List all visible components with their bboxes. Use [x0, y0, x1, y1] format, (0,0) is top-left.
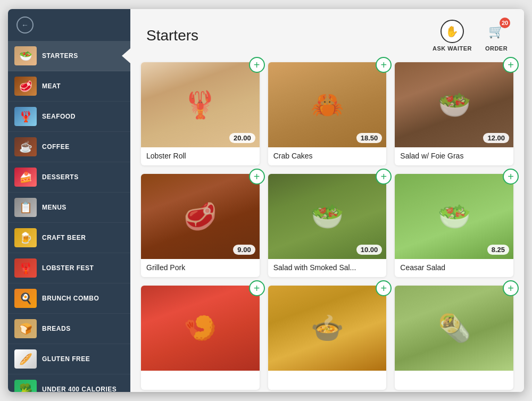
sidebar-item-coffee[interactable]: ☕COFFEE	[8, 132, 130, 162]
food-card-ceasar-salad: 🥗8.25+Ceasar Salad	[395, 174, 513, 277]
ask-waiter-button[interactable]: ✋ ASK WAITER	[433, 20, 472, 52]
food-name-lobster-roll: Lobster Roll	[141, 147, 260, 165]
main-header: Starters ✋ ASK WAITER 🛒 20 ORDER	[130, 9, 524, 57]
sidebar-label-seafood: SEAFOOD	[42, 113, 76, 120]
food-name-spring-roll	[395, 371, 513, 390]
sidebar-label-coffee: COFFEE	[42, 143, 70, 151]
sidebar-item-seafood[interactable]: 🦞SEAFOOD	[8, 102, 130, 132]
sidebar-label-craftbeer: CRAFT BEER	[42, 234, 86, 241]
add-button-grilled-pork[interactable]: +	[249, 169, 265, 185]
price-tag-ceasar-salad: 8.25	[487, 245, 509, 255]
sidebar-items-container: 🥗STARTERS🥩MEAT🦞SEAFOOD☕COFFEE🍰DESSERTS📋M…	[8, 41, 130, 392]
add-button-casserole[interactable]: +	[376, 280, 392, 296]
add-button-shrimp[interactable]: +	[249, 280, 265, 296]
food-emoji-foie-gras: 🥗	[438, 89, 471, 120]
food-name-ceasar-salad: Ceasar Salad	[395, 259, 513, 277]
food-emoji-shrimp: 🍤	[184, 313, 217, 344]
back-button[interactable]: ←	[16, 16, 34, 34]
sidebar-label-menus: MENUS	[42, 204, 66, 211]
food-emoji-spring-roll: 🌯	[438, 313, 471, 344]
sidebar-label-starters: STARTERS	[42, 52, 78, 60]
order-button[interactable]: 🛒 20 ORDER	[485, 20, 508, 52]
food-img-lobster-roll: 🦞20.00	[141, 62, 260, 147]
food-name-shrimp	[141, 371, 260, 390]
food-img-crab-cakes: 🦀18.50	[268, 62, 387, 147]
food-card-lobster-roll: 🦞20.00+Lobster Roll	[141, 62, 260, 165]
price-tag-smoked-sal: 10.00	[356, 245, 383, 255]
price-tag-crab-cakes: 18.50	[356, 133, 383, 143]
food-img-spring-roll: 🌯	[395, 286, 513, 371]
sidebar-img-meat: 🥩	[14, 77, 37, 96]
price-tag-foie-gras: 12.00	[483, 133, 509, 143]
food-img-smoked-sal: 🥗10.00	[268, 174, 387, 259]
add-button-lobster-roll[interactable]: +	[249, 57, 265, 73]
food-emoji-casserole: 🍲	[311, 313, 344, 344]
food-img-casserole: 🍲	[268, 286, 387, 371]
sidebar-label-calories: UNDER 400 CALORIES	[42, 386, 117, 392]
sidebar-item-starters[interactable]: 🥗STARTERS	[8, 41, 130, 71]
food-emoji-crab-cakes: 🦀	[311, 89, 344, 120]
sidebar-img-seafood: 🦞	[14, 107, 37, 126]
food-card-crab-cakes: 🦀18.50+Crab Cakes	[268, 62, 387, 165]
sidebar-item-gluten[interactable]: 🥖GLUTEN FREE	[8, 344, 130, 374]
sidebar-label-meat: MEAT	[42, 82, 61, 90]
sidebar-img-starters: 🥗	[14, 46, 37, 65]
sidebar-item-craftbeer[interactable]: 🍺CRAFT BEER	[8, 223, 130, 253]
sidebar-img-desserts: 🍰	[14, 168, 37, 187]
food-img-shrimp: 🍤	[141, 286, 260, 371]
back-icon: ←	[21, 21, 29, 29]
food-img-foie-gras: 🥗12.00	[395, 62, 513, 147]
food-card-shrimp: 🍤+	[141, 286, 260, 390]
sidebar-label-lobster: LOBSTER FEST	[42, 264, 94, 272]
sidebar-img-craftbeer: 🍺	[14, 228, 37, 247]
food-img-grilled-pork: 🥩9.00	[141, 174, 260, 259]
sidebar-item-desserts[interactable]: 🍰DESSERTS	[8, 162, 130, 193]
order-count-badge: 20	[500, 18, 510, 28]
food-name-crab-cakes: Crab Cakes	[268, 147, 387, 165]
sidebar-label-gluten: GLUTEN FREE	[42, 355, 90, 363]
sidebar-item-breads[interactable]: 🍞BREADS	[8, 314, 130, 344]
sidebar-item-calories[interactable]: 🥦UNDER 400 CALORIES	[8, 374, 130, 392]
food-card-smoked-sal: 🥗10.00+Salad with Smoked Sal...	[268, 174, 387, 277]
add-button-smoked-sal[interactable]: +	[376, 169, 392, 185]
food-img-ceasar-salad: 🥗8.25	[395, 174, 513, 259]
add-button-crab-cakes[interactable]: +	[376, 57, 392, 73]
food-emoji-ceasar-salad: 🥗	[438, 201, 471, 232]
sidebar-item-menus[interactable]: 📋MENUS	[8, 193, 130, 223]
order-label: ORDER	[485, 45, 508, 52]
add-button-ceasar-salad[interactable]: +	[503, 169, 519, 185]
food-emoji-lobster-roll: 🦞	[184, 89, 217, 120]
sidebar: ← 🥗STARTERS🥩MEAT🦞SEAFOOD☕COFFEE🍰DESSERTS…	[8, 9, 130, 392]
sidebar-back: ←	[8, 9, 130, 41]
food-card-casserole: 🍲+	[268, 286, 387, 390]
page-title: Starters	[146, 27, 198, 44]
sidebar-label-brunch: BRUNCH COMBO	[42, 295, 99, 302]
sidebar-img-calories: 🥦	[14, 380, 37, 392]
add-button-spring-roll[interactable]: +	[503, 280, 519, 296]
sidebar-img-lobster: 🦞	[14, 258, 37, 278]
price-tag-grilled-pork: 9.00	[233, 245, 255, 255]
waiter-label: ASK WAITER	[433, 45, 472, 52]
sidebar-img-menus: 📋	[14, 198, 37, 217]
food-name-foie-gras: Salad w/ Foie Gras	[395, 147, 513, 165]
food-name-casserole	[268, 371, 387, 390]
food-emoji-smoked-sal: 🥗	[311, 201, 344, 232]
sidebar-item-meat[interactable]: 🥩MEAT	[8, 71, 130, 102]
add-button-foie-gras[interactable]: +	[503, 57, 519, 73]
food-card-spring-roll: 🌯+	[395, 286, 513, 390]
food-name-smoked-sal: Salad with Smoked Sal...	[268, 259, 387, 277]
sidebar-item-lobster[interactable]: 🦞LOBSTER FEST	[8, 253, 130, 283]
header-actions: ✋ ASK WAITER 🛒 20 ORDER	[433, 20, 508, 52]
sidebar-label-breads: BREADS	[42, 325, 71, 332]
food-name-grilled-pork: Grilled Pork	[141, 259, 260, 277]
food-card-grilled-pork: 🥩9.00+Grilled Pork	[141, 174, 260, 277]
main-content: Starters ✋ ASK WAITER 🛒 20 ORDER	[130, 9, 524, 392]
sidebar-img-brunch: 🍳	[14, 289, 37, 308]
sidebar-item-brunch[interactable]: 🍳BRUNCH COMBO	[8, 283, 130, 314]
sidebar-active-arrow	[122, 48, 130, 63]
basket-icon-wrap: 🛒 20	[485, 20, 508, 43]
waiter-icon-circle: ✋	[440, 20, 464, 43]
food-card-foie-gras: 🥗12.00+Salad w/ Foie Gras	[395, 62, 513, 165]
price-tag-lobster-roll: 20.00	[229, 133, 255, 143]
food-grid: 🦞20.00+Lobster Roll🦀18.50+Crab Cakes🥗12.…	[130, 57, 524, 392]
